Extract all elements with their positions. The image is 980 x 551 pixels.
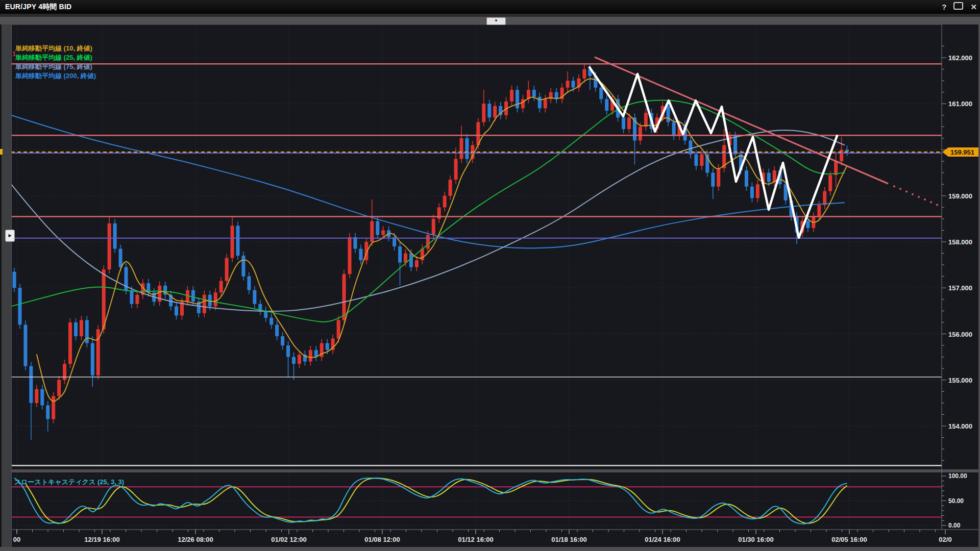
candle-body	[46, 405, 50, 419]
trendline-dot	[893, 185, 895, 187]
candle-body	[57, 380, 61, 396]
collapse-panel-button[interactable]: ▼	[486, 17, 506, 25]
time-axis-label: 01/18 16:00	[551, 536, 586, 543]
candle-body	[292, 357, 296, 364]
candle-body	[370, 221, 374, 242]
candle-body	[605, 99, 608, 111]
candle-body	[130, 290, 133, 304]
candle-body	[454, 159, 458, 180]
candle-body	[426, 235, 430, 248]
stoch-axis-label: 100.00	[948, 472, 967, 480]
maximize-button[interactable]	[953, 0, 963, 14]
candle-body	[275, 324, 279, 336]
candle-body	[840, 150, 843, 162]
candle-body	[432, 219, 435, 235]
candle-body	[398, 246, 402, 263]
candle-body	[404, 254, 407, 263]
candle-body	[35, 389, 38, 403]
time-axis-label: 01/12 16:00	[458, 536, 493, 543]
candle-body	[773, 170, 776, 182]
candle-body	[465, 138, 469, 159]
candle-body	[409, 254, 413, 267]
title-bar[interactable]: EUR/JPY 4時間 BID ? ✕	[0, 0, 980, 14]
time-axis-label: 01/02 12:00	[271, 536, 306, 543]
candle-body	[532, 90, 536, 97]
candle-body	[253, 290, 256, 304]
candle-body	[163, 286, 167, 295]
candle-body	[644, 113, 648, 127]
candle-body	[566, 81, 570, 88]
candle-body	[460, 138, 463, 159]
stoch-axis-label: 0.00	[948, 522, 961, 529]
sidebar-expand-handle[interactable]: ▶	[5, 230, 15, 242]
price-axis-label: 159.000	[948, 192, 972, 200]
candle-body	[337, 320, 340, 338]
candle-body	[191, 290, 195, 302]
candle-body	[175, 306, 178, 315]
time-axis-label: 01/08 12:00	[364, 536, 400, 543]
candle-body	[443, 196, 447, 208]
candle-body	[203, 295, 206, 313]
candle-body	[96, 329, 100, 375]
candle-body	[767, 173, 771, 182]
candle-body	[91, 343, 94, 375]
candle-body	[806, 221, 810, 228]
candle-body	[784, 184, 788, 201]
candle-body	[286, 345, 290, 357]
candle-body	[599, 88, 603, 99]
time-axis-label: 01/24 16:00	[645, 536, 680, 543]
candle-body	[270, 318, 273, 325]
main-pane[interactable]	[11, 24, 942, 469]
candle-body	[68, 322, 72, 364]
trendline-dot	[936, 204, 938, 206]
candle-body	[694, 155, 698, 166]
time-axis-label: 12/19 16:00	[84, 536, 119, 543]
candle-body	[348, 237, 352, 274]
help-button[interactable]: ?	[942, 0, 946, 14]
candle-body	[135, 295, 139, 304]
candle-body	[342, 274, 346, 320]
candle-body	[823, 191, 826, 205]
candle-body	[247, 277, 251, 290]
candle-body	[667, 106, 670, 122]
trendline-dot	[918, 196, 920, 198]
time-axis-label: 12/26 08:00	[178, 536, 213, 543]
candle-body	[359, 249, 362, 261]
price-axis-label: 157.000	[948, 284, 972, 292]
candle-body	[119, 249, 122, 267]
candle-body	[510, 90, 513, 102]
candle-body	[415, 260, 419, 267]
candle-body	[29, 366, 33, 403]
candle-body	[102, 269, 106, 329]
candle-body	[482, 104, 485, 122]
candle-body	[108, 223, 111, 269]
candle-body	[264, 311, 267, 318]
chart-canvas[interactable]: 162.000161.000159.000158.000157.000156.0…	[0, 0, 980, 551]
price-axis-label: 156.000	[948, 331, 972, 338]
close-button[interactable]: ✕	[970, 0, 977, 14]
sidebar-current-price-tick	[0, 149, 3, 155]
price-axis-label: 155.000	[948, 377, 972, 384]
candle-body	[219, 281, 223, 293]
candle-body	[487, 104, 491, 117]
candle-body	[18, 288, 21, 324]
left-sidebar[interactable]	[0, 24, 12, 547]
trendline-dot	[912, 193, 914, 195]
candle-body	[353, 237, 357, 249]
price-axis-label: 161.000	[948, 100, 972, 108]
top-toolbar[interactable]: ▼	[0, 17, 980, 24]
candle-body	[828, 175, 832, 191]
candle-body	[639, 127, 642, 140]
candle-body	[750, 187, 754, 198]
candle-body	[572, 81, 575, 88]
candle-body	[493, 106, 497, 118]
candle-body	[298, 355, 301, 364]
pane-divider[interactable]	[0, 469, 980, 472]
time-axis-label: 02/0	[939, 536, 951, 543]
candle-body	[309, 350, 312, 362]
candle-body	[582, 69, 586, 79]
time-axis-label: 00	[13, 536, 20, 543]
candle-body	[80, 320, 83, 336]
window-frame-bottom	[0, 547, 980, 551]
candle-body	[214, 292, 217, 306]
